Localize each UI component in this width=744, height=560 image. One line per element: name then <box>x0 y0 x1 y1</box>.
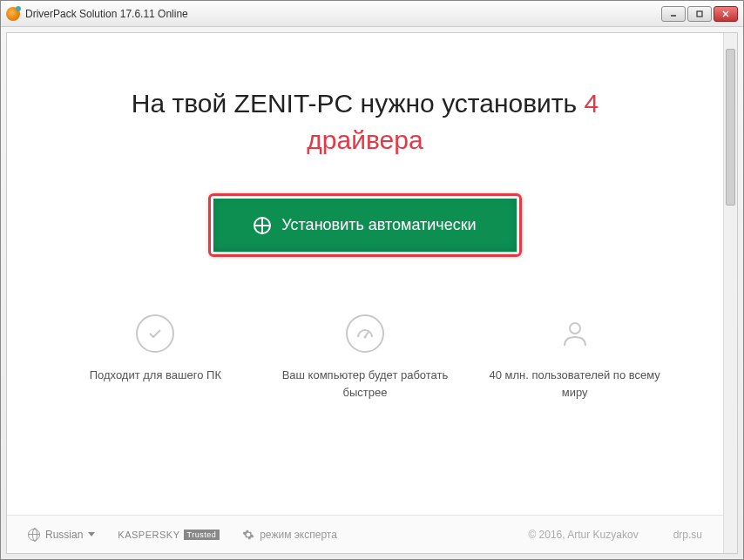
install-auto-button[interactable]: Установить автоматически <box>213 199 516 252</box>
headline-part1: На твой ZENIT-PC нужно установить <box>132 89 585 118</box>
features-row: Подходит для вашего ПК Ваш компьютер буд… <box>7 314 723 401</box>
feature-faster-text: Ваш компьютер будет работать быстрее <box>278 367 452 401</box>
scrollbar[interactable] <box>723 33 737 553</box>
content: На твой ZENIT-PC нужно установить 4 драй… <box>7 33 723 553</box>
scrollbar-thumb[interactable] <box>726 49 735 206</box>
svg-point-6 <box>570 323 580 334</box>
app-icon <box>6 7 20 21</box>
feature-users: 40 млн. пользователей по всему миру <box>488 314 662 401</box>
maximize-button[interactable] <box>687 6 712 22</box>
main-area: На твой ZENIT-PC нужно установить 4 драй… <box>7 33 723 515</box>
gear-icon <box>242 529 254 541</box>
window-controls <box>661 6 738 22</box>
headline: На твой ZENIT-PC нужно установить 4 драй… <box>132 85 599 159</box>
chevron-down-icon <box>88 532 95 536</box>
feature-users-text: 40 млн. пользователей по всему миру <box>488 367 662 401</box>
window-title: DriverPack Solution 17.6.11 Online <box>25 8 661 20</box>
titlebar: DriverPack Solution 17.6.11 Online <box>1 1 743 27</box>
user-icon <box>556 314 594 353</box>
svg-rect-1 <box>697 11 702 17</box>
headline-part2: драйвера <box>307 125 423 154</box>
trusted-badge: Trusted <box>184 530 220 540</box>
check-icon <box>136 314 174 353</box>
expert-mode-button[interactable]: режим эксперта <box>242 529 337 541</box>
site-link[interactable]: drp.su <box>673 529 702 541</box>
app-window: DriverPack Solution 17.6.11 Online На тв… <box>0 0 744 560</box>
content-wrapper: На твой ZENIT-PC нужно установить 4 драй… <box>6 32 738 554</box>
minimize-button[interactable] <box>661 6 686 22</box>
headline-count: 4 <box>585 89 599 118</box>
gauge-icon <box>346 314 384 353</box>
kaspersky-badge: KASPERSKY Trusted <box>118 530 220 540</box>
feature-faster: Ваш компьютер будет работать быстрее <box>278 314 452 401</box>
feature-compatible-text: Подходит для вашего ПК <box>90 367 221 384</box>
feature-compatible: Подходит для вашего ПК <box>68 314 242 401</box>
install-icon <box>254 217 271 234</box>
copyright-text: © 2016, Artur Kuzyakov <box>528 529 638 541</box>
language-label: Russian <box>45 529 83 541</box>
install-button-label: Установить автоматически <box>281 216 476 234</box>
kaspersky-label: KASPERSKY <box>118 530 179 540</box>
install-button-highlight: Установить автоматически <box>208 193 521 257</box>
footer: Russian KASPERSKY Trusted режим эксперта… <box>7 515 723 553</box>
expert-mode-label: режим эксперта <box>260 529 337 541</box>
svg-point-5 <box>363 336 366 339</box>
globe-icon <box>28 529 40 541</box>
close-button[interactable] <box>714 6 738 22</box>
language-selector[interactable]: Russian <box>28 529 95 541</box>
